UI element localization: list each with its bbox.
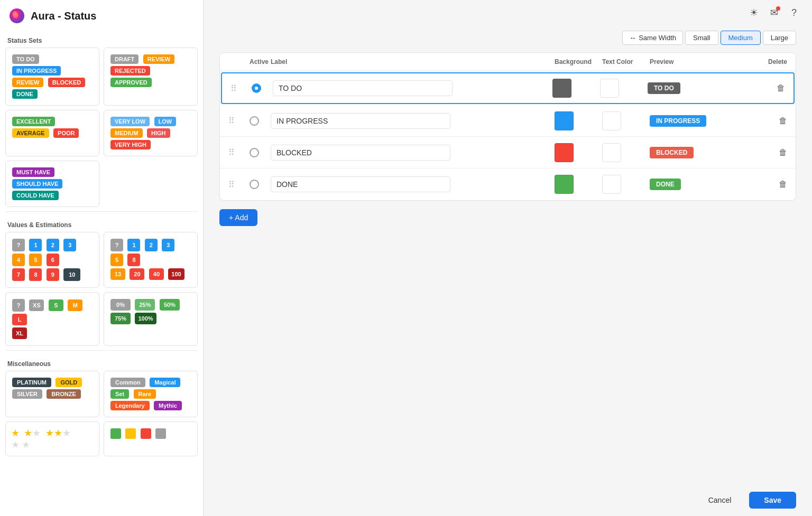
badge-gold: GOLD <box>56 378 82 387</box>
label-input-2[interactable] <box>271 113 450 129</box>
drag-handle-3[interactable]: ⠿ <box>228 147 250 157</box>
val-q2: ? <box>110 239 123 251</box>
misc-card-1[interactable]: PLATINUM GOLD SILVER BRONZE <box>5 371 99 417</box>
delete-btn-3[interactable]: 🗑 <box>779 148 787 157</box>
preview-1: TO DO <box>648 82 743 94</box>
drag-handle-4[interactable]: ⠿ <box>228 180 250 190</box>
preview-badge-4: DONE <box>650 179 681 190</box>
save-button[interactable]: Save <box>749 492 796 509</box>
misc-card-3[interactable]: ★ ★★ ★★★ ★ ★ <box>5 421 99 456</box>
bg-swatch-1[interactable] <box>552 79 571 98</box>
large-button[interactable]: Large <box>763 31 796 45</box>
bg-swatch-4[interactable] <box>555 175 574 194</box>
small-button[interactable]: Small <box>685 31 718 45</box>
badge-veryhigh: VERY HIGH <box>110 140 151 149</box>
val-20: 20 <box>130 268 144 280</box>
badge-common: Common <box>110 378 145 387</box>
top-bar: ☀ ✉ ? <box>204 0 812 25</box>
val-6: 6 <box>47 254 59 266</box>
badge-low: LOW <box>154 117 177 126</box>
bg-color-3[interactable] <box>555 143 602 162</box>
medium-button[interactable]: Medium <box>721 31 761 45</box>
status-card-4[interactable]: VERY LOW LOW MEDIUM HIGH VERY HIGH <box>104 110 198 156</box>
val-b3: 3 <box>162 239 174 251</box>
misc-cards-1: PLATINUM GOLD SILVER BRONZE Common Magic… <box>0 371 203 417</box>
val-card-3[interactable]: ? XS S M L XL <box>5 292 99 346</box>
badge-shouldhave: SHOULD HAVE <box>12 179 62 189</box>
text-swatch-3[interactable] <box>602 143 621 162</box>
val-40: 40 <box>149 268 164 280</box>
help-icon[interactable]: ? <box>787 5 801 20</box>
status-table: Active Label Background Text Color Previ… <box>219 52 796 201</box>
table-row-2: ⠿ IN PROGRESS 🗑 <box>220 105 796 137</box>
badge-bronze: BRONZE <box>47 389 80 399</box>
text-swatch-4[interactable] <box>602 175 621 194</box>
add-button[interactable]: + Add <box>219 209 257 226</box>
label-cell-1 <box>273 80 552 96</box>
width-controls: ↔ Same Width Small Medium Large <box>219 31 796 45</box>
col-preview: Preview <box>650 58 745 65</box>
text-color-3[interactable] <box>602 143 650 162</box>
bg-color-2[interactable] <box>555 111 602 130</box>
drag-handle-2[interactable]: ⠿ <box>228 116 250 126</box>
status-card-3[interactable]: EXCELLENT AVERAGE POOR <box>5 110 99 156</box>
delete-btn-1[interactable]: 🗑 <box>777 83 785 93</box>
text-color-4[interactable] <box>602 175 650 194</box>
status-sets-cards: TO DO IN PROGRESS REVIEW BLOCKED DONE DR… <box>0 48 203 106</box>
badge-silver: SILVER <box>12 389 42 399</box>
footer-buttons: Cancel Save <box>204 484 812 516</box>
label-input-3[interactable] <box>271 145 450 161</box>
val-100: 100 <box>168 268 184 280</box>
main-content: ☀ ✉ ? ↔ Same Width Small Medium Large Ac… <box>204 0 812 516</box>
status-card-2[interactable]: DRAFT REVIEW REJECTED APPROVED <box>104 48 198 106</box>
misc-card-4[interactable] <box>104 421 198 456</box>
text-color-1[interactable] <box>600 79 648 98</box>
text-swatch-2[interactable] <box>602 111 621 130</box>
dot-red <box>141 428 151 439</box>
bg-color-4[interactable] <box>555 175 602 194</box>
badge-approved: APPROVED <box>110 78 152 87</box>
notification-icon[interactable]: ✉ <box>767 5 781 20</box>
label-input-4[interactable] <box>271 176 450 192</box>
values-cards-1: ? 1 2 3 4 5 6 7 8 9 10 ? 1 2 3 5 8 13 20… <box>0 232 203 288</box>
status-card-1[interactable]: TO DO IN PROGRESS REVIEW BLOCKED DONE <box>5 48 99 106</box>
status-card-5[interactable]: MUST HAVE SHOULD HAVE COULD HAVE <box>5 161 99 207</box>
val-10: 10 <box>63 268 80 281</box>
delete-btn-4[interactable]: 🗑 <box>779 180 787 189</box>
radio-1[interactable] <box>252 83 273 93</box>
badge-draft: DRAFT <box>110 54 139 64</box>
badge-couldhave: COULD HAVE <box>12 191 59 200</box>
radio-3[interactable] <box>250 148 271 157</box>
radio-2[interactable] <box>250 116 271 126</box>
text-color-2[interactable] <box>602 111 650 130</box>
col-text-color: Text Color <box>602 58 650 65</box>
status-sets-title: Status Sets <box>0 32 203 48</box>
bg-swatch-3[interactable] <box>555 143 574 162</box>
badge-high: HIGH <box>147 128 170 138</box>
star-2b: ★ <box>32 428 41 438</box>
badge-legendary: Legendary <box>110 401 150 410</box>
val-card-2[interactable]: ? 1 2 3 5 8 13 20 40 100 <box>104 232 198 288</box>
radio-4[interactable] <box>250 180 271 189</box>
bg-color-1[interactable] <box>552 79 600 98</box>
drag-handle-1[interactable]: ⠿ <box>230 83 252 93</box>
sun-icon[interactable]: ☀ <box>746 5 761 20</box>
badge-musthave: MUST HAVE <box>12 167 54 177</box>
bg-swatch-2[interactable] <box>555 111 574 130</box>
val-8: 8 <box>29 268 42 281</box>
val-0pct: 0% <box>110 299 131 311</box>
same-width-button[interactable]: ↔ Same Width <box>622 31 683 45</box>
table-header: Active Label Background Text Color Previ… <box>220 53 796 71</box>
preview-3: BLOCKED <box>650 147 745 158</box>
badge-excellent: EXCELLENT <box>12 117 55 126</box>
label-input-1[interactable] <box>273 80 453 96</box>
val-card-1[interactable]: ? 1 2 3 4 5 6 7 8 9 10 <box>5 232 99 288</box>
values-title: Values & Estimations <box>0 216 203 232</box>
misc-card-2[interactable]: Common Magical Set Rare Legendary Mythic <box>104 371 198 417</box>
cancel-button[interactable]: Cancel <box>697 492 743 509</box>
val-card-4[interactable]: 0% 25% 50% 75% 100% <box>104 292 198 346</box>
val-xs: XS <box>29 299 44 311</box>
text-swatch-1[interactable] <box>600 79 619 98</box>
delete-btn-2[interactable]: 🗑 <box>779 116 787 126</box>
col-delete: Delete <box>745 58 787 65</box>
